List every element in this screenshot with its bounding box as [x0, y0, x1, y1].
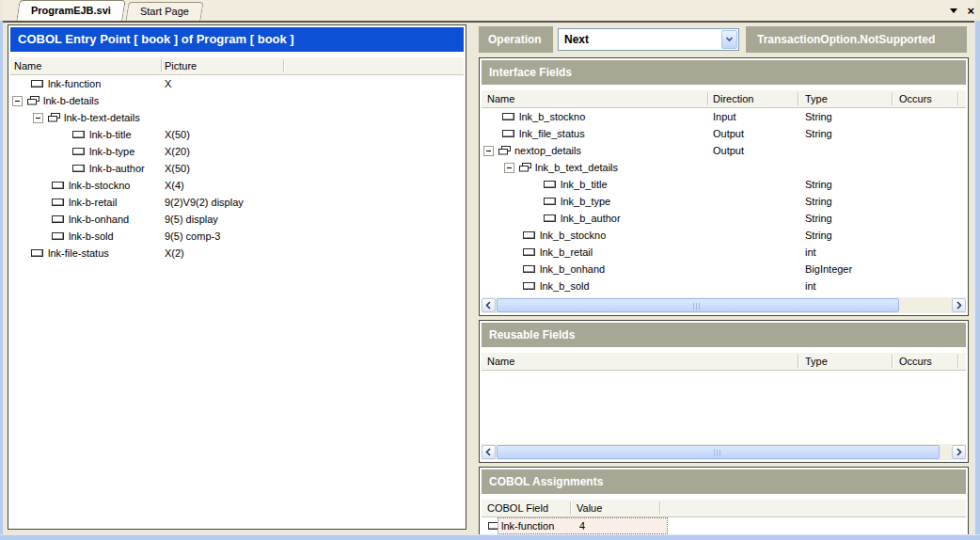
cobol-field-value[interactable]: 4: [579, 518, 585, 533]
field-name: lnk_b_text_details: [535, 159, 618, 176]
field-name: lnk-b-text-details: [64, 109, 140, 126]
tree-row[interactable]: lnk_b_stocknoString: [482, 227, 966, 244]
collapse-expander-icon[interactable]: [483, 146, 494, 156]
window-border: [0, 534, 980, 540]
assignment-row[interactable]: lnk-function4: [482, 517, 966, 534]
scrollbar-thumb[interactable]: [497, 298, 899, 312]
field-name: lnk_b_type: [561, 193, 610, 210]
tree-row[interactable]: lnk_b_titleString: [482, 176, 966, 193]
column-divider: [957, 92, 958, 105]
column-header-cell: Occurs: [899, 90, 932, 107]
group-icon: [48, 113, 60, 122]
collapse-expander-icon[interactable]: [33, 113, 43, 123]
field-icon: [31, 80, 43, 87]
column-divider: [798, 355, 798, 368]
tree-row[interactable]: lnk_file_statusOutputString: [482, 125, 966, 142]
field-name: lnk_b_stockno: [540, 227, 606, 244]
cobol-field-name: lnk-function: [501, 518, 554, 533]
field-icon: [72, 148, 85, 155]
tree-row[interactable]: lnk-b-onhand9(5) display: [10, 211, 464, 228]
assignments-list: lnk-function4: [482, 517, 966, 534]
operation-selected-value: Next: [564, 29, 589, 50]
tree-row[interactable]: lnk-b-titleX(50): [10, 126, 464, 143]
interface-column-header: NameDirectionTypeOccurs: [482, 90, 966, 108]
operation-select[interactable]: Next: [558, 28, 739, 51]
tree-row[interactable]: lnk_b_authorString: [482, 210, 966, 227]
field-name: lnk_b_sold: [540, 278, 590, 294]
tree-row[interactable]: lnk-file-statusX(2): [10, 245, 464, 262]
field-direction: Input: [713, 108, 735, 125]
scroll-right-button[interactable]: [952, 445, 966, 459]
field-name: lnk-b-title: [89, 126, 132, 143]
horizontal-scrollbar[interactable]: [482, 444, 966, 460]
tree-row[interactable]: lnk-b-typeX(20): [10, 143, 464, 160]
column-header-cell: Name: [487, 353, 514, 370]
column-divider: [283, 59, 284, 72]
interface-field-tree: lnk_b_stocknoInputStringlnk_file_statusO…: [482, 108, 966, 294]
tree-row[interactable]: lnk-b-authorX(50): [10, 160, 464, 177]
field-name: lnk-b-sold: [69, 228, 114, 245]
tree-row[interactable]: nextop_detailsOutput: [482, 142, 966, 159]
window-border: [0, 21, 3, 540]
selected-assignment[interactable]: lnk-function4: [498, 517, 668, 534]
field-type: String: [805, 176, 832, 193]
tree-row[interactable]: lnk_b_onhandBigInteger: [482, 261, 966, 278]
scroll-left-button[interactable]: [482, 445, 496, 459]
field-name: lnk_b_stockno: [519, 108, 585, 125]
chevron-left-icon: [485, 301, 492, 310]
tab-programejb[interactable]: ProgramEJB.svi: [16, 0, 125, 21]
field-icon: [544, 214, 556, 222]
field-type: String: [805, 108, 832, 125]
tree-row[interactable]: lnk-b-text-details: [10, 109, 464, 126]
dropdown-button[interactable]: [721, 30, 737, 49]
collapse-expander-icon[interactable]: [12, 96, 23, 106]
tree-row[interactable]: lnk_b_text_details: [482, 159, 966, 176]
scroll-left-button[interactable]: [482, 298, 496, 312]
field-name: lnk-b-author: [89, 160, 145, 177]
scroll-right-button[interactable]: [952, 298, 966, 312]
scrollbar-thumb[interactable]: [497, 445, 940, 459]
field-icon: [523, 282, 535, 290]
transaction-option-label: TransactionOption.NotSupported: [746, 26, 967, 53]
field-type: int: [805, 278, 816, 294]
panel-title: COBOL Entry Point [ book ] of Program [ …: [10, 27, 464, 52]
column-divider: [798, 92, 798, 105]
cobol-field-tree: lnk-functionXlnk-b-detailslnk-b-text-det…: [10, 75, 464, 262]
field-icon: [72, 131, 85, 138]
field-icon: [523, 248, 535, 256]
column-header-cell: Direction: [713, 90, 753, 107]
tree-row[interactable]: lnk_b_stocknoInputString: [482, 108, 966, 125]
field-name: lnk_b_title: [561, 176, 608, 193]
tree-row[interactable]: lnk_b_soldint: [482, 278, 966, 294]
tree-row[interactable]: lnk-b-stocknoX(4): [10, 177, 464, 194]
tree-row[interactable]: lnk-b-details: [10, 92, 464, 109]
section-title: COBOL Assignments: [482, 469, 966, 494]
tab-list-dropdown-icon[interactable]: [950, 8, 957, 17]
horizontal-scrollbar[interactable]: [482, 297, 966, 313]
column-header-cell: Type: [805, 353, 828, 370]
tree-row[interactable]: lnk-functionX: [10, 75, 464, 92]
column-header-cell: Occurs: [899, 353, 932, 370]
tab-start-page[interactable]: Start Page: [125, 2, 203, 21]
collapse-expander-icon[interactable]: [504, 163, 514, 173]
field-name: lnk-function: [48, 75, 101, 92]
field-name: lnk-b-onhand: [69, 211, 129, 228]
tree-row[interactable]: lnk-b-retail9(2)V9(2) display: [10, 194, 464, 211]
field-picture: X(4): [165, 177, 184, 194]
field-name: lnk_file_status: [519, 125, 585, 142]
field-icon: [502, 130, 514, 137]
field-type: String: [805, 210, 832, 227]
tree-row[interactable]: lnk_b_typeString: [482, 193, 966, 210]
field-name: lnk-b-type: [89, 143, 134, 160]
column-divider: [707, 92, 708, 105]
field-type: String: [805, 125, 832, 142]
field-name: lnk-b-retail: [69, 194, 117, 211]
tree-row[interactable]: lnk_b_retailint: [482, 244, 966, 261]
close-icon[interactable]: ×: [967, 6, 974, 17]
tree-row[interactable]: lnk-b-sold9(5) comp-3: [10, 228, 464, 245]
assignments-column-header: COBOL FieldValue: [482, 500, 966, 517]
field-icon: [52, 232, 64, 240]
field-direction: Output: [713, 142, 744, 159]
operation-label: Operation: [479, 26, 553, 53]
group-icon: [519, 163, 531, 172]
